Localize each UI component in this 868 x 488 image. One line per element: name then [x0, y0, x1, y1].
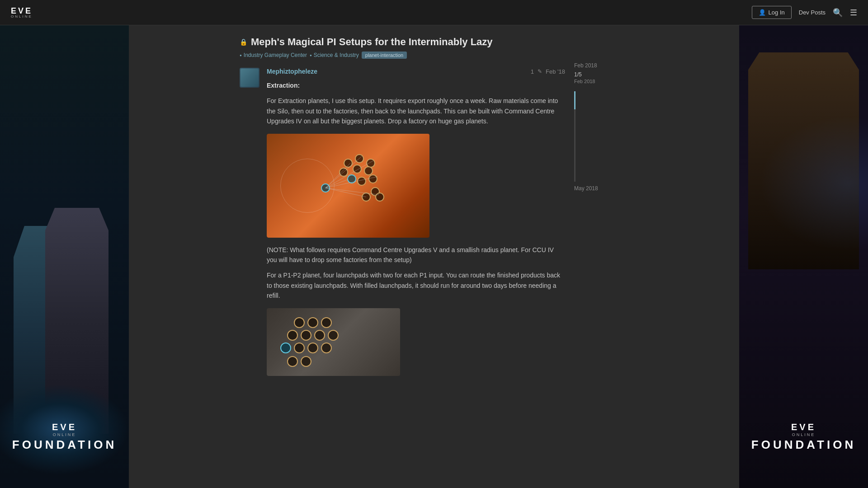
header-right: 👤 Log In Dev Posts 🔍 ☰ — [752, 6, 857, 19]
post-para1: For Extraction planets, I use this setup… — [267, 96, 565, 126]
breadcrumb-item-science-industry[interactable]: Science & Industry — [310, 52, 359, 58]
right-banner-logo: EVE ONLINE FOUNDATION — [739, 422, 868, 452]
left-banner-eve-text: EVE — [0, 422, 129, 432]
post-note: (NOTE: What follows requires Command Cen… — [267, 245, 565, 265]
post-author[interactable]: Mephiztopheleze — [267, 68, 317, 75]
extraction-title: Extraction: — [267, 80, 565, 90]
timeline-bar-fill — [574, 91, 576, 109]
left-banner: EVE ONLINE FOUNDATION — [0, 25, 129, 488]
pi-nodes-overlay — [267, 134, 429, 238]
left-banner-foundation: FOUNDATION — [0, 438, 129, 452]
main-header: EVE ONLINE 👤 Log In Dev Posts 🔍 ☰ — [0, 0, 868, 25]
logo-text: EVE — [11, 7, 33, 15]
right-ship-art — [760, 116, 868, 251]
left-banner-logo: EVE ONLINE FOUNDATION — [0, 422, 129, 452]
svg-line-4 — [326, 177, 377, 188]
right-banner-foundation: FOUNDATION — [739, 438, 868, 452]
pi-node-g9 — [294, 343, 305, 353]
post-main: Mephiztopheleze 1 ✎ Feb '18 Extraction: … — [267, 68, 565, 383]
pi-node-g13 — [301, 356, 311, 367]
post-image-2 — [267, 308, 565, 376]
right-banner: EVE ONLINE FOUNDATION — [739, 25, 868, 488]
timeline-sidebar: Feb 2018 1/5 Feb 2018 May 2018 — [574, 62, 628, 383]
pi-node-g12 — [287, 356, 298, 367]
pi-node-g11 — [321, 343, 332, 353]
pi-node-g7 — [328, 330, 339, 341]
right-banner-eve-text: EVE — [739, 422, 868, 432]
pi-node-g5 — [301, 330, 311, 341]
timeline-progress: 1/5 — [574, 71, 628, 78]
dev-posts-link[interactable]: Dev Posts — [799, 9, 826, 16]
pi-nodes-overlay-2 — [267, 308, 400, 376]
layout-with-sidebar: Mephiztopheleze 1 ✎ Feb '18 Extraction: … — [240, 62, 628, 383]
svg-line-3 — [326, 161, 373, 188]
svg-line-2 — [326, 156, 362, 188]
tag-badge-planet-interaction[interactable]: planet-interaction — [362, 52, 407, 59]
pi-node-g6 — [314, 330, 325, 341]
user-icon: 👤 — [759, 9, 766, 16]
pi-node-g2 — [307, 317, 318, 328]
post-number: 1 — [531, 68, 534, 75]
search-icon[interactable]: 🔍 — [833, 8, 843, 18]
pi-node-g3 — [321, 317, 332, 328]
login-label: Log In — [769, 9, 785, 16]
eve-logo[interactable]: EVE ONLINE — [11, 7, 33, 19]
breadcrumb-label-2: Science & Industry — [314, 52, 359, 58]
right-banner-eve-online: ONLINE — [739, 432, 868, 437]
post-para2: For a P1-P2 planet, four launchpads with… — [267, 270, 565, 300]
timeline-start-date: Feb 2018 — [574, 62, 628, 69]
hamburger-icon[interactable]: ☰ — [850, 8, 857, 18]
content-inner: 🔒 Meph's Magical PI Setups for the Inter… — [231, 36, 637, 383]
pi-node-g4 — [287, 330, 298, 341]
post-content: Extraction: For Extraction planets, I us… — [267, 80, 565, 376]
breadcrumb-item-industry-gameplay[interactable]: Industry Gameplay Center — [240, 52, 307, 58]
timeline-bar — [574, 91, 576, 182]
login-button[interactable]: 👤 Log In — [752, 6, 792, 19]
logo-subtext: ONLINE — [11, 15, 33, 19]
edit-icon[interactable]: ✎ — [538, 68, 542, 75]
post-meta: 1 ✎ Feb '18 — [531, 68, 565, 75]
post-header: Mephiztopheleze 1 ✎ Feb '18 — [267, 68, 565, 75]
timeline-sub-date: Feb 2018 — [574, 79, 628, 84]
post-date[interactable]: Feb '18 — [546, 68, 565, 75]
post-container: Mephiztopheleze 1 ✎ Feb '18 Extraction: … — [240, 68, 565, 383]
game-screenshot-grey — [267, 308, 400, 376]
header-left: EVE ONLINE — [11, 7, 43, 19]
breadcrumb-label-1: Industry Gameplay Center — [244, 52, 307, 58]
page-wrapper: EVE ONLINE FOUNDATION 🔒 Meph's Magical P… — [0, 0, 868, 488]
pi-node-g8 — [280, 343, 291, 353]
post-area: Mephiztopheleze 1 ✎ Feb '18 Extraction: … — [240, 62, 565, 383]
pi-connections-svg — [267, 134, 429, 238]
main-content: 🔒 Meph's Magical PI Setups for the Inter… — [129, 25, 739, 488]
svg-line-1 — [326, 163, 350, 188]
right-banner-art — [739, 25, 868, 488]
page-title: Meph's Magical PI Setups for the Intermi… — [251, 36, 493, 48]
avatar — [240, 68, 259, 88]
lock-icon: 🔒 — [240, 38, 247, 46]
left-banner-art — [0, 25, 129, 488]
pi-node-g10 — [307, 343, 318, 353]
left-banner-eve-online: ONLINE — [0, 432, 129, 437]
game-screenshot-orange — [267, 134, 429, 238]
title-row: 🔒 Meph's Magical PI Setups for the Inter… — [240, 36, 628, 48]
timeline-end-date: May 2018 — [574, 185, 628, 192]
breadcrumb-nav: Industry Gameplay Center Science & Indus… — [240, 52, 628, 59]
avatar-image — [241, 69, 259, 87]
post-image-1 — [267, 134, 565, 238]
pi-node-g1 — [294, 317, 305, 328]
